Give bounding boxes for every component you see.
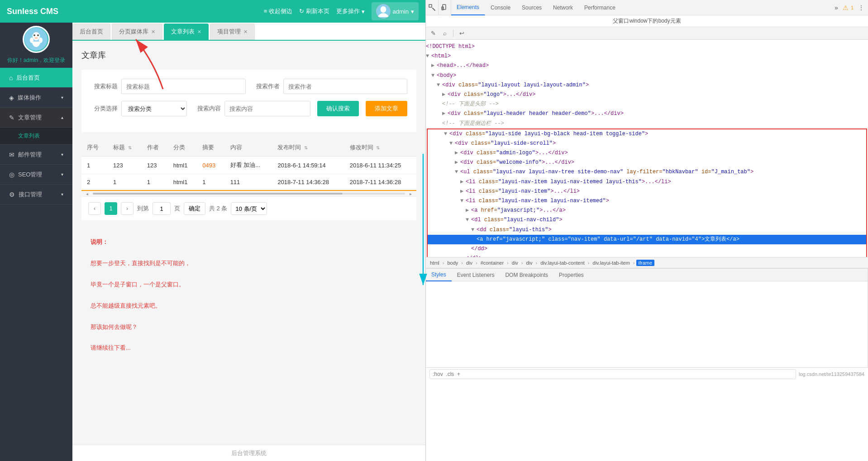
confirm-search-btn[interactable]: 确认搜索 bbox=[317, 101, 359, 116]
page-suffix: 页 bbox=[174, 204, 180, 213]
bc-div[interactable]: div bbox=[464, 260, 474, 266]
next-page-btn[interactable]: › bbox=[121, 202, 134, 215]
bc-body[interactable]: body bbox=[445, 260, 460, 266]
page-size-select[interactable]: 10 条/页 20 条/页 50 条/页 bbox=[231, 202, 267, 215]
collect-sidebar-btn[interactable]: ≡ 收起侧边 bbox=[264, 7, 292, 15]
admin-label: admin bbox=[393, 8, 409, 15]
bc-tab-content[interactable]: div.layui-tab-content bbox=[539, 260, 587, 266]
tab-media-lib[interactable]: 分页媒体库 ✕ bbox=[112, 24, 162, 40]
table-body: 1 123 123 html1 0493 好看 加油... 2018-6-1 1… bbox=[81, 157, 416, 191]
bc-html[interactable]: html bbox=[428, 260, 441, 266]
bc-iframe[interactable]: iframe bbox=[636, 260, 655, 266]
devtools-device-icon[interactable] bbox=[439, 0, 451, 15]
search-in-tree-icon[interactable]: ⌕ bbox=[440, 29, 450, 38]
goto-label: 到第 bbox=[137, 204, 149, 213]
dt-styles-tab[interactable]: Styles bbox=[426, 269, 452, 281]
sort-publish-icon[interactable]: ⇅ bbox=[304, 145, 308, 150]
tab-home[interactable]: 后台首页 bbox=[72, 24, 110, 40]
cell-publish-time: 2018-6-1 14:59:14 bbox=[272, 157, 344, 174]
top-bar: Sunless CMS ≡ 收起侧边 ↻ 刷新本页 更多操作 ▾ admin ▾ bbox=[0, 0, 425, 23]
edit-icon[interactable]: ✎ bbox=[428, 29, 438, 38]
col-id: 序号 bbox=[81, 139, 108, 157]
search-category-select[interactable]: 搜索分类 bbox=[121, 101, 187, 116]
sidebar-item-mail[interactable]: ✉ 邮件管理 ▾ bbox=[0, 145, 72, 165]
cell-summary[interactable]: 0493 bbox=[197, 157, 224, 174]
dt-event-listeners-tab[interactable]: Event Listeners bbox=[452, 269, 500, 281]
page-confirm-btn[interactable]: 确定 bbox=[184, 202, 205, 215]
table-row: 1 123 123 html1 0493 好看 加油... 2018-6-1 1… bbox=[81, 157, 416, 174]
content-area: 后台首页 分页媒体库 ✕ 文章列表 ✕ 项目管理 ✕ 文章库 bbox=[72, 23, 425, 461]
admin-menu-btn[interactable]: admin ▾ bbox=[372, 2, 419, 20]
bc-div2[interactable]: div bbox=[510, 260, 520, 266]
sort-title-icon[interactable]: ⇅ bbox=[128, 145, 132, 150]
tab-project[interactable]: 项目管理 ✕ bbox=[210, 24, 255, 40]
tree-article-list-link[interactable]: <a href="javascript;" class="nav-item" d… bbox=[428, 235, 866, 244]
search-title-input[interactable] bbox=[121, 79, 246, 94]
media-arrow-icon: ▾ bbox=[61, 95, 63, 100]
scroll-right-icon[interactable]: ▸ bbox=[407, 191, 414, 196]
devtools-more-tabs[interactable]: » ⚠ 1 ⋮ bbox=[831, 4, 868, 11]
cell-summary: 1 bbox=[197, 174, 224, 191]
close-tab-article-list[interactable]: ✕ bbox=[197, 29, 201, 35]
tab-console[interactable]: Console bbox=[485, 0, 516, 15]
app-logo: Sunless CMS bbox=[7, 7, 58, 16]
svg-rect-10 bbox=[429, 5, 432, 7]
svg-point-8 bbox=[30, 38, 33, 43]
page-input[interactable] bbox=[153, 202, 171, 215]
tab-sources[interactable]: Sources bbox=[516, 0, 548, 15]
sidebar-item-article-manage[interactable]: ✎ 文章管理 ▴ bbox=[0, 108, 72, 128]
close-tab-media-lib[interactable]: ✕ bbox=[151, 29, 155, 35]
tab-elements[interactable]: Elements bbox=[451, 0, 485, 15]
sidebar-item-media[interactable]: ◈ 媒体操作 ▾ bbox=[0, 88, 72, 108]
close-tab-project[interactable]: ✕ bbox=[243, 29, 248, 35]
bc-container[interactable]: #container bbox=[479, 260, 506, 266]
tree-comment-header: <!-- 下面是头部 --> bbox=[426, 100, 868, 109]
tree-a-href: ▶<a href="javascript;">...</a> bbox=[428, 206, 866, 215]
tree-logo: ▶<div class="logo">...</div> bbox=[426, 90, 868, 100]
tree-li-2: ▶<li class="layui-nav-item">...</li> bbox=[428, 187, 866, 196]
api-arrow-icon: ▾ bbox=[61, 192, 63, 197]
devtools-filter-bar: log.csdn.net/te113259437584 bbox=[426, 367, 868, 380]
sidebar-logo: 你好！admin，欢迎登录 bbox=[0, 23, 72, 68]
more-actions-btn[interactable]: 更多操作 ▾ bbox=[336, 7, 365, 15]
tab-performance[interactable]: Performance bbox=[579, 0, 621, 15]
devtools-tabs: Elements Console Sources Network Perform… bbox=[451, 0, 621, 15]
devtools-tree-area: ✎ ⌕ ↩ <!DOCTYPE html> ▼<html> ▶<head>...… bbox=[426, 27, 868, 461]
sort-modify-icon[interactable]: ⇅ bbox=[376, 145, 380, 150]
devtools-styles-panel: Styles Event Listeners DOM Breakpoints P… bbox=[426, 269, 868, 367]
search-title-field: 搜索标题 bbox=[91, 79, 246, 94]
sidebar-api-label: 接口管理 bbox=[19, 190, 42, 199]
bc-div3[interactable]: div bbox=[525, 260, 534, 266]
svg-point-5 bbox=[33, 34, 35, 36]
search-form: 搜索标题 搜索作者 分类选择 搜索分类 bbox=[81, 70, 416, 132]
tree-dl: ▼<dl class="layui-nav-child"> bbox=[428, 215, 866, 225]
welcome-text: 你好！admin，欢迎登录 bbox=[7, 57, 66, 64]
refresh-btn[interactable]: ↻ 刷新本页 bbox=[299, 7, 329, 15]
cell-author: 1 bbox=[142, 174, 168, 191]
sidebar: 你好！admin，欢迎登录 ⌂ 后台首页 ◈ 媒体操作 ▾ ✎ 文章管理 ▴ 文… bbox=[0, 23, 72, 461]
sidebar-item-seo[interactable]: ◎ SEO管理 ▾ bbox=[0, 165, 72, 185]
add-article-btn[interactable]: 添加文章 bbox=[366, 101, 407, 116]
red-box-sidebar-section: ▼<div class="layui-side layui-bg-black h… bbox=[427, 128, 867, 257]
seo-arrow-icon: ▾ bbox=[61, 172, 63, 177]
search-content-input[interactable] bbox=[224, 101, 310, 116]
tab-network[interactable]: Network bbox=[548, 0, 579, 15]
sidebar-item-api[interactable]: ⚙ 接口管理 ▾ bbox=[0, 185, 72, 204]
scroll-left-icon[interactable]: ◂ bbox=[84, 191, 91, 196]
prev-page-btn[interactable]: ‹ bbox=[88, 202, 101, 215]
sidebar-item-article-list[interactable]: 文章列表 bbox=[0, 128, 72, 145]
search-author-input[interactable] bbox=[283, 79, 408, 94]
dt-dom-breakpoints-tab[interactable]: DOM Breakpoints bbox=[500, 269, 553, 281]
undo-icon[interactable]: ↩ bbox=[457, 29, 467, 38]
tab-project-label: 项目管理 bbox=[217, 28, 241, 36]
devtools-menu-icon[interactable]: ⋮ bbox=[858, 4, 864, 11]
col-content: 内容 bbox=[225, 139, 272, 157]
filter-input[interactable] bbox=[429, 369, 796, 379]
devtools-inspect-icon[interactable] bbox=[426, 0, 439, 15]
home-icon: ⌂ bbox=[9, 74, 13, 81]
sidebar-item-home[interactable]: ⌂ 后台首页 bbox=[0, 68, 72, 88]
dt-properties-tab[interactable]: Properties bbox=[553, 269, 589, 281]
tab-article-list[interactable]: 文章列表 ✕ bbox=[164, 24, 209, 40]
page-1-btn[interactable]: 1 bbox=[105, 202, 117, 215]
bc-tab-item[interactable]: div.layui-tab-item bbox=[591, 260, 632, 266]
